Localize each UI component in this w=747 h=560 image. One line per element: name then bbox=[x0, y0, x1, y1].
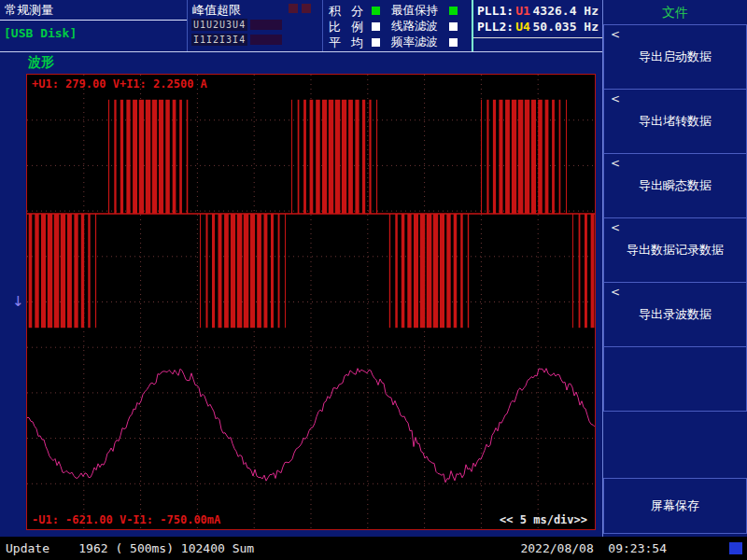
menu-item-blank bbox=[603, 346, 747, 412]
usb-disk-label: [USB Disk] bbox=[0, 26, 187, 40]
max-hold-label: 最值保持 bbox=[391, 3, 449, 19]
submenu-arrow-icon: < bbox=[611, 286, 620, 299]
menu-item-screen-save[interactable]: 屏幕保存 bbox=[603, 478, 747, 534]
ratio-checkbox bbox=[372, 22, 380, 31]
toggle-char: 比 bbox=[329, 19, 351, 35]
toggle-char: 积 bbox=[329, 3, 351, 20]
mode-panel: 常规测量 [USB Disk] bbox=[0, 0, 187, 51]
menu-item-label: 导出启动数据 bbox=[639, 49, 712, 65]
line-filter-label: 线路滤波 bbox=[391, 19, 449, 35]
status-corner-indicator bbox=[729, 542, 742, 554]
line-filter-checkbox bbox=[449, 22, 458, 31]
pll1-value: 4326.4 Hz bbox=[533, 4, 599, 18]
pll-divider bbox=[473, 37, 602, 38]
timebase-label: << 5 ms/div>> bbox=[500, 513, 587, 526]
menu-item-label: 导出录波数据 bbox=[639, 306, 712, 323]
menu-item-export-transient[interactable]: < 导出瞬态数据 bbox=[603, 153, 747, 218]
menu-item-label: 屏幕保存 bbox=[651, 497, 699, 514]
toggle-char: 均 bbox=[351, 35, 372, 51]
peak-limit-panel: 峰值超限 U1U2U3U4 I1I2I3I4 bbox=[187, 0, 322, 51]
pll1-label: PLL1: bbox=[477, 4, 514, 18]
pll1-row: PLL1: U1 4326.4 Hz bbox=[473, 3, 602, 19]
current-indicator-block bbox=[250, 35, 282, 45]
pll2-value: 50.035 Hz bbox=[533, 20, 599, 34]
pll2-source: U4 bbox=[515, 20, 530, 34]
menu-item-export-startup[interactable]: < 导出启动数据 bbox=[603, 24, 747, 90]
current-channel-labels: I1I2I3I4 bbox=[191, 34, 247, 46]
peak-indicator-icon bbox=[289, 4, 298, 13]
toggle-row-integration: 积 分 最值保持 bbox=[323, 3, 472, 19]
scope-display: +U1: 279.00 V+I1: 2.2500 A -U1: -621.00 … bbox=[26, 74, 596, 530]
peak-limit-title: 峰值超限 bbox=[192, 2, 241, 19]
current-channel-row: I1I2I3I4 bbox=[191, 34, 282, 46]
toggle-char: 分 bbox=[351, 3, 372, 20]
toggle-row-average: 平 均 频率滤波 bbox=[323, 35, 472, 50]
toggle-row-ratio: 比 例 线路滤波 bbox=[323, 19, 472, 35]
pll2-row: PLL2: U4 50.035 Hz bbox=[473, 19, 602, 35]
sidebar-spacer bbox=[603, 412, 747, 479]
readout-top: +U1: 279.00 V+I1: 2.2500 A bbox=[32, 77, 207, 91]
tab-waveform: 波形 bbox=[28, 54, 54, 71]
status-update-counter: Update 1962 ( 500ms) 102400 Sum bbox=[6, 537, 254, 560]
status-bar: Update 1962 ( 500ms) 102400 Sum 2022/08/… bbox=[0, 537, 747, 560]
analyzer-screen: 常规测量 [USB Disk] 峰值超限 U1U2U3U4 I1I2I3I4 积… bbox=[0, 0, 747, 560]
freq-filter-label: 频率滤波 bbox=[391, 35, 449, 50]
peak-indicator-icon bbox=[302, 4, 311, 13]
voltage-indicator-block bbox=[250, 20, 282, 30]
submenu-arrow-icon: < bbox=[611, 221, 620, 234]
menu-item-label: 导出数据记录数据 bbox=[627, 242, 724, 259]
freq-filter-checkbox bbox=[449, 38, 458, 47]
pll1-source: U1 bbox=[515, 4, 530, 18]
menu-title: 文件 bbox=[603, 0, 747, 25]
mode-title: 常规测量 bbox=[0, 0, 187, 21]
voltage-channel-labels: U1U2U3U4 bbox=[191, 19, 247, 31]
mode-toggle-panel: 积 分 最值保持 比 例 线路滤波 平 均 频率滤波 bbox=[322, 0, 472, 51]
pll-panel: PLL1: U1 4326.4 Hz PLL2: U4 50.035 Hz bbox=[472, 0, 602, 51]
menu-item-export-record[interactable]: < 导出录波数据 bbox=[603, 282, 747, 347]
status-datetime: 2022/08/08 09:23:54 bbox=[520, 537, 667, 560]
menu-item-label: 导出堵转数据 bbox=[639, 113, 712, 130]
submenu-arrow-icon: < bbox=[611, 92, 620, 105]
menu-item-label: 导出瞬态数据 bbox=[639, 177, 712, 194]
max-hold-checkbox bbox=[449, 7, 458, 15]
trigger-marker-icon: ↓ bbox=[12, 293, 24, 310]
integration-checkbox bbox=[372, 7, 380, 15]
submenu-arrow-icon: < bbox=[611, 28, 620, 41]
toggle-char: 例 bbox=[351, 19, 372, 35]
header: 常规测量 [USB Disk] 峰值超限 U1U2U3U4 I1I2I3I4 积… bbox=[0, 0, 602, 52]
average-checkbox bbox=[372, 38, 380, 47]
voltage-channel-row: U1U2U3U4 bbox=[191, 19, 282, 31]
sidebar-menu: 文件 < 导出启动数据 < 导出堵转数据 < 导出瞬态数据 < 导出数据记录数据… bbox=[602, 0, 747, 537]
menu-item-export-datalog[interactable]: < 导出数据记录数据 bbox=[603, 217, 747, 283]
submenu-arrow-icon: < bbox=[611, 157, 620, 170]
menu-item-export-stall[interactable]: < 导出堵转数据 bbox=[603, 89, 747, 154]
toggle-char: 平 bbox=[329, 35, 351, 51]
pll2-label: PLL2: bbox=[477, 20, 514, 34]
readout-bottom: -U1: -621.00 V-I1: -750.00mA bbox=[32, 513, 220, 526]
waveform-plot bbox=[27, 75, 595, 529]
